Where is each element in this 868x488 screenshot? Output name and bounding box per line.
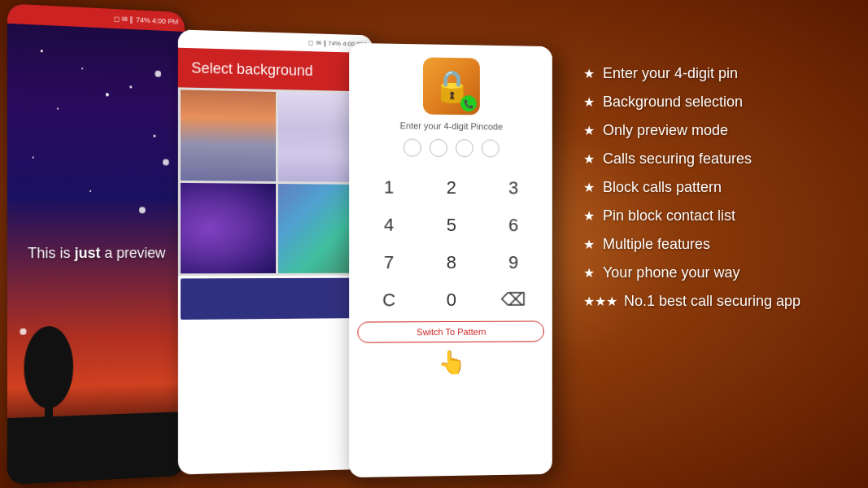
star-3 [129,85,132,88]
bg-thumbnail-5[interactable] [181,278,370,320]
phone-left: ◻ ✉ ∥ 74% 4:00 PM This is just a preview [7,3,185,484]
keypad-row-4: C 0 ⌫ [357,282,544,319]
pin-dot-4 [482,139,499,157]
switch-pattern-button[interactable]: Switch To Pattern [357,320,544,342]
bullet-star-5: ★ [583,208,595,224]
keypad-btn-2[interactable]: 2 [430,170,473,206]
bg-thumbnail-1[interactable] [181,89,276,181]
phone-left-content: This is just a preview [7,24,185,485]
feature-text-4: Block calls pattern [603,179,722,196]
feature-text-7: Your phone your way [603,264,739,281]
bullet-star-6: ★ [583,237,595,252]
feature-text-6: Multiple features [603,236,710,253]
star-4 [57,108,59,110]
bg-thumbnail-3[interactable] [181,183,276,273]
bullet-star-4: ★ [583,180,595,195]
bullet-star-3: ★ [583,151,595,167]
keypad-btn-4[interactable]: 4 [368,207,410,243]
toolbar-title: Select background [191,59,313,80]
feature-item-1: ★ Background selection [583,94,860,111]
preview-text: This is just a preview [28,243,165,264]
keypad-btn-9[interactable]: 9 [492,245,534,281]
feature-item-7: ★ Your phone your way [583,264,860,281]
ground [7,412,185,485]
star-8 [89,190,91,192]
feature-text-3: Calls securing features [603,150,752,168]
lock-icon-container: 🔒 📞 [423,57,480,115]
keypad-btn-6[interactable]: 6 [492,207,534,243]
feature-item-5: ★ Pin block contact list [583,207,860,224]
keypad-btn-7[interactable]: 7 [368,245,410,281]
features-panel: ★ Enter your 4-digit pin ★ Background se… [583,65,860,310]
fingerprint-icon: 👆 [438,349,466,376]
fingerprint-area[interactable]: 👆 [349,345,552,380]
keypad-btn-1[interactable]: 1 [368,169,410,206]
call-badge: 📞 [460,95,477,111]
tree-silhouette [15,317,81,417]
keypad-row-1: 1 2 3 [357,169,544,206]
svg-point-1 [24,326,73,410]
keypad-btn-3[interactable]: 3 [492,170,534,206]
pin-keypad: 1 2 3 4 5 6 7 8 9 C 0 ⌫ [349,169,552,319]
pin-label: Enter your 4-digit Pincode [357,120,544,132]
bullet-star-0: ★ [583,66,595,81]
feature-item-4: ★ Block calls pattern [583,179,860,196]
phone-middle: ◻ ✉ ∥ 74% 4:00 PM Select background [178,29,373,474]
keypad-btn-0[interactable]: 0 [430,282,473,318]
phone-right: 🔒 📞 Enter your 4-digit Pincode 1 2 3 4 5… [349,43,552,477]
pin-dot-3 [456,139,473,157]
bullet-star-2: ★ [583,123,595,138]
bullet-star-1: ★ [583,94,595,110]
star-7 [106,93,109,96]
rating-text: No.1 best call securing app [624,293,800,310]
statusbar-left-text: ◻ ✉ ∥ 74% 4:00 PM [114,15,178,26]
star-1 [41,50,43,52]
keypad-row-3: 7 8 9 [357,245,544,281]
keypad-btn-5[interactable]: 5 [430,207,473,243]
dot-3 [139,207,146,213]
rating-stars: ★★★ [583,294,617,309]
feature-text-1: Background selection [603,94,743,111]
feature-text-2: Only preview mode [603,122,728,139]
keypad-btn-8[interactable]: 8 [430,245,473,281]
star-5 [153,135,155,137]
keypad-btn-backspace[interactable]: ⌫ [492,282,534,318]
feature-item-2: ★ Only preview mode [583,122,860,139]
bullet-star-7: ★ [583,265,595,281]
bg-grid [178,87,373,276]
dot-2 [163,159,169,165]
keypad-btn-clear[interactable]: C [368,282,410,318]
feature-item-6: ★ Multiple features [583,236,860,253]
star-2 [81,68,83,69]
pin-dots [357,138,544,158]
pin-dot-2 [430,139,447,157]
rating-row: ★★★ No.1 best call securing app [583,293,860,310]
star-6 [33,157,34,159]
keypad-row-2: 4 5 6 [357,207,544,244]
feature-text-5: Pin block contact list [603,207,735,224]
pin-lock-area: 🔒 📞 Enter your 4-digit Pincode [349,43,552,171]
feature-item-3: ★ Calls securing features [583,150,860,168]
feature-item-0: ★ Enter your 4-digit pin [583,65,860,82]
pin-dot-1 [403,138,421,156]
feature-text-0: Enter your 4-digit pin [603,65,738,82]
dot-1 [155,71,161,77]
middle-toolbar: Select background [178,48,373,92]
